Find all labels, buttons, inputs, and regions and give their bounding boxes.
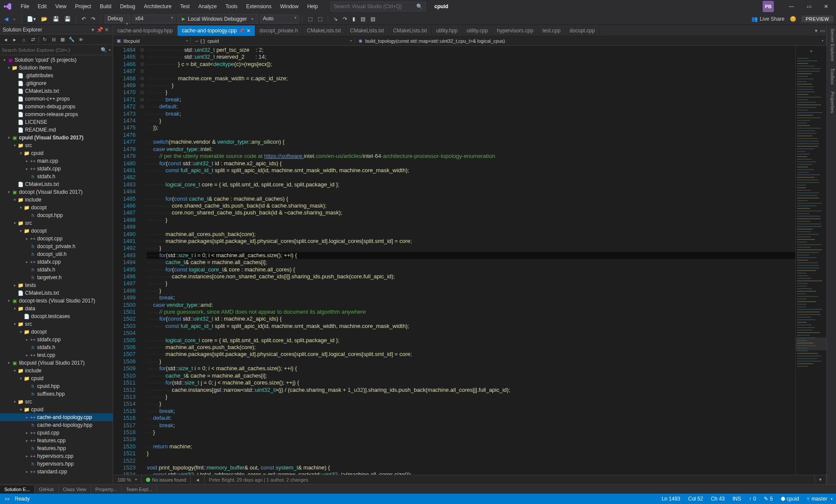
- save-all-button[interactable]: 💾: [63, 15, 73, 23]
- tree-item[interactable]: ▾📁cpuid: [0, 375, 113, 382]
- menu-help[interactable]: Help: [303, 2, 322, 11]
- redo-button[interactable]: ↷: [89, 15, 97, 23]
- menu-edit[interactable]: Edit: [33, 2, 51, 11]
- open-file-button[interactable]: 📂: [39, 15, 49, 23]
- undo-button[interactable]: ↶: [80, 15, 88, 23]
- tree-item[interactable]: ▾📁docopt: [0, 204, 113, 211]
- tree-item[interactable]: 📄common-debug.props: [0, 103, 113, 110]
- tree-item[interactable]: ▸++stdafx.cpp: [0, 336, 113, 343]
- tree-item[interactable]: ▾📁docopt: [0, 227, 113, 235]
- status-push[interactable]: ↑0: [749, 496, 756, 502]
- editor-tab[interactable]: utility.hpp: [432, 25, 462, 36]
- tree-item[interactable]: hdocopt_util.h: [0, 250, 113, 258]
- tree-item[interactable]: ▾📁docopt: [0, 328, 113, 336]
- se-preview-icon[interactable]: 👁: [77, 36, 85, 44]
- toolbox-tab[interactable]: Toolbox: [828, 68, 835, 85]
- tab-overflow-icon[interactable]: ▾: [815, 28, 817, 34]
- solution-search[interactable]: 🔍 ▾: [0, 45, 113, 55]
- menu-view[interactable]: View: [51, 2, 71, 11]
- fold-gutter[interactable]: ⊟ ⊟ ⊟ ⊟ ⊟ ⊟ ⊟ ⊟ ⊟: [139, 46, 145, 475]
- tree-item[interactable]: 📄CMakeLists.txt: [0, 87, 113, 95]
- toolbar-icon-1[interactable]: ⬚: [306, 15, 314, 23]
- save-button[interactable]: 💾: [51, 15, 61, 23]
- code-editor[interactable]: 1464146514661467146814691470147114721473…: [113, 46, 826, 475]
- step-over-icon[interactable]: ↷: [341, 15, 349, 23]
- minimize-button[interactable]: —: [784, 1, 799, 12]
- tree-item[interactable]: hstdafx.h: [0, 266, 113, 274]
- menu-analyze[interactable]: Analyze: [194, 2, 221, 11]
- tree-item[interactable]: ▾▣cpuid (Visual Studio 2017): [0, 134, 113, 142]
- tree-item[interactable]: ▸++docopt.cpp: [0, 235, 113, 243]
- se-back-icon[interactable]: ◄: [2, 36, 10, 44]
- tree-item[interactable]: hcache-and-topology.hpp: [0, 421, 113, 429]
- issues-indicator[interactable]: No issues found: [142, 475, 191, 484]
- tree-item[interactable]: 📄CMakeLists.txt: [0, 180, 113, 188]
- tree-item[interactable]: hfeatures.hpp: [0, 444, 113, 452]
- tree-item[interactable]: ▾▣libcpuid (Visual Studio 2017): [0, 359, 113, 367]
- tree-item[interactable]: ▸++main.cpp: [0, 157, 113, 165]
- maximize-button[interactable]: ▭: [801, 1, 816, 12]
- bottom-tab[interactable]: Class View: [59, 485, 91, 493]
- tree-item[interactable]: hdocopt.hpp: [0, 211, 113, 219]
- tree-item[interactable]: ▸📁tests: [0, 281, 113, 289]
- step-into-icon[interactable]: ↘: [332, 15, 339, 23]
- menu-project[interactable]: Project: [71, 2, 95, 11]
- nav-back-button[interactable]: ◀: [3, 15, 10, 23]
- tree-item[interactable]: ▾📁cpuid: [0, 406, 113, 413]
- tree-item[interactable]: hcpuid.hpp: [0, 382, 113, 390]
- menu-architecture[interactable]: Architecture: [139, 2, 176, 11]
- tree-item[interactable]: hstdafx.h: [0, 343, 113, 351]
- tree-item[interactable]: 📄README.md: [0, 126, 113, 134]
- editor-tab[interactable]: hypervisors.cpp: [493, 25, 538, 36]
- platform-select[interactable]: x64: [132, 15, 175, 23]
- tree-item[interactable]: ▾📁src: [0, 219, 113, 227]
- close-tab-icon[interactable]: ✕: [247, 28, 250, 34]
- tree-item[interactable]: ▾📁src: [0, 398, 113, 406]
- bottom-tab[interactable]: Property...: [91, 485, 122, 493]
- tree-item[interactable]: ▸++stdafx.cpp: [0, 258, 113, 266]
- feedback-icon[interactable]: 😊: [788, 15, 798, 23]
- menu-file[interactable]: File: [16, 2, 33, 11]
- menu-test[interactable]: Test: [176, 2, 194, 11]
- tree-item[interactable]: ▾📁Solution Items: [0, 64, 113, 72]
- menu-extensions[interactable]: Extensions: [242, 2, 276, 11]
- global-search[interactable]: 🔍: [331, 2, 426, 11]
- tree-item[interactable]: ▸++hypervisors.cpp: [0, 452, 113, 460]
- zoom-select[interactable]: 100 %▾: [113, 475, 142, 484]
- run-config-select[interactable]: Auto: [260, 15, 299, 23]
- se-properties-icon[interactable]: 🔧: [68, 36, 76, 44]
- status-ch[interactable]: Ch 43: [711, 496, 725, 502]
- solution-tree[interactable]: ▾▣Solution 'cpuid' (5 projects)▾📁Solutio…: [0, 55, 113, 484]
- editor-tab[interactable]: docopt.cpp: [565, 25, 600, 36]
- nav-fwd-button[interactable]: ▸: [12, 15, 18, 23]
- menu-build[interactable]: Build: [95, 2, 116, 11]
- tree-item[interactable]: ▾📁src: [0, 320, 113, 328]
- se-fwd-icon[interactable]: ►: [11, 36, 19, 44]
- menu-window[interactable]: Window: [276, 2, 303, 11]
- tree-item[interactable]: 📄docopt.testcases: [0, 312, 113, 320]
- tree-item[interactable]: ▾📁include: [0, 367, 113, 375]
- tree-item[interactable]: ▾📁data: [0, 305, 113, 312]
- scroll-down-icon[interactable]: ▾: [815, 475, 826, 484]
- status-changes[interactable]: ✎5: [764, 496, 773, 502]
- tree-item[interactable]: 📄.gitattributes: [0, 72, 113, 79]
- bottom-tab[interactable]: Team Expl...: [122, 485, 157, 493]
- global-search-input[interactable]: [334, 3, 416, 9]
- se-collapse-icon[interactable]: ⊟: [50, 36, 57, 44]
- nav-prev-issue[interactable]: ◄: [191, 475, 205, 484]
- status-ins[interactable]: INS: [732, 496, 741, 502]
- nav-class-select[interactable]: → { }cpuid: [191, 38, 355, 44]
- tree-item[interactable]: hhypervisors.hpp: [0, 460, 113, 468]
- editor-tab[interactable]: test.cpp: [538, 25, 565, 36]
- config-select[interactable]: Debug: [104, 15, 130, 23]
- tree-item[interactable]: ▸++features.cpp: [0, 437, 113, 444]
- tree-item[interactable]: ▾📁include: [0, 196, 113, 204]
- bottom-tab[interactable]: Solution E...: [0, 485, 35, 493]
- status-col[interactable]: Col 52: [688, 496, 703, 502]
- se-refresh-icon[interactable]: ↻: [41, 36, 48, 44]
- code-body[interactable]: ························std::uint32_t pe…: [145, 46, 795, 475]
- user-badge[interactable]: PB: [763, 1, 774, 12]
- toolbar-icon-2[interactable]: ⬚: [316, 15, 324, 23]
- tab-close-icon[interactable]: ▭: [820, 28, 825, 34]
- status-line[interactable]: Ln 1493: [662, 496, 680, 502]
